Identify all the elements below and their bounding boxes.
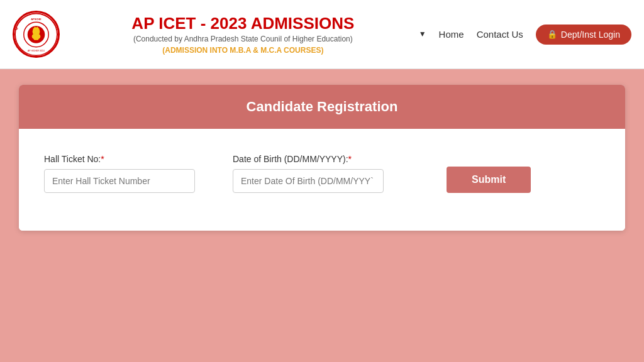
main-content: Candidate Registration Hall Ticket No:* … [0,69,644,246]
hall-ticket-input[interactable] [44,169,195,193]
card-title: Candidate Registration [33,99,611,115]
dept-login-label: Dept/Inst Login [561,30,620,40]
card-body: Hall Ticket No:* Date of Birth (DD/MM/YY… [19,129,625,231]
logo-area: A P APSCHE AP HIGHER EDU AP ICET - 2023 … [13,11,419,58]
header-tagline: (ADMISSION INTO M.B.A & M.C.A COURSES) [67,46,419,55]
header-text-block: AP ICET - 2023 ADMISSIONS (Conducted by … [67,14,419,55]
svg-rect-7 [34,35,39,40]
required-marker: * [101,154,104,164]
dob-label: Date of Birth (DD/MM/YYYY):* [233,154,384,164]
main-nav: ▼ Home Contact Us 🔒 Dept/Inst Login [419,25,631,45]
dept-login-button[interactable]: 🔒 Dept/Inst Login [536,25,631,45]
svg-text:APSCHE: APSCHE [31,18,42,21]
registration-card: Candidate Registration Hall Ticket No:* … [19,85,625,231]
header-subtitle: (Conducted by Andhra Pradesh State Couni… [67,35,419,43]
hall-ticket-label: Hall Ticket No:* [44,154,195,164]
nav-dropdown: ▼ [419,30,426,40]
dob-group: Date of Birth (DD/MM/YYYY):* [233,154,384,193]
svg-text:AP HIGHER EDU: AP HIGHER EDU [28,49,45,52]
hall-ticket-group: Hall Ticket No:* [44,154,195,193]
home-nav-link[interactable]: Home [439,29,464,40]
dob-required-marker: * [348,154,352,164]
dob-input[interactable] [233,169,384,193]
submit-button[interactable]: Submit [447,167,531,193]
form-row: Hall Ticket No:* Date of Birth (DD/MM/YY… [44,154,600,193]
contact-nav-link[interactable]: Contact Us [477,29,523,40]
apsche-logo: A P APSCHE AP HIGHER EDU [13,11,60,58]
card-header: Candidate Registration [19,85,625,129]
main-title: AP ICET - 2023 ADMISSIONS [67,14,419,33]
page-header: A P APSCHE AP HIGHER EDU AP ICET - 2023 … [0,0,644,69]
chevron-down-icon: ▼ [419,30,426,38]
lock-icon: 🔒 [547,30,557,39]
